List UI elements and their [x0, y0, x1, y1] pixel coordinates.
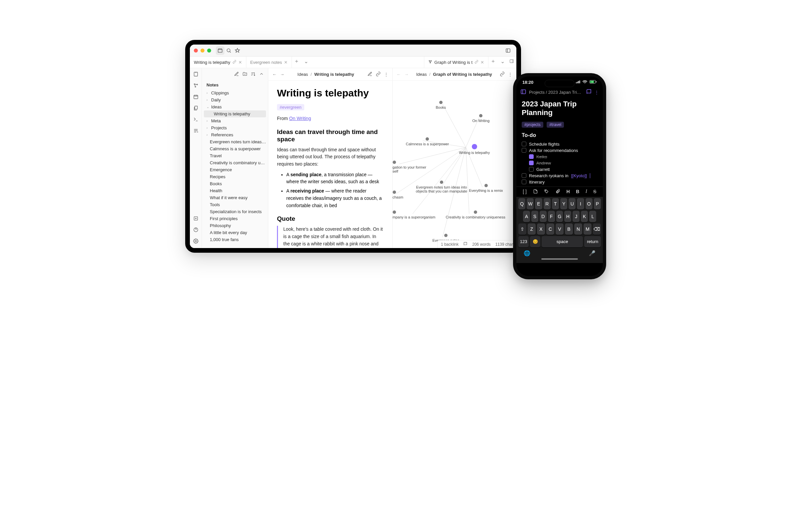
nav-back-icon[interactable]: ← — [272, 72, 277, 77]
command-icon[interactable] — [193, 117, 198, 124]
key[interactable]: G — [556, 211, 563, 222]
todo-item[interactable]: Ask for recommendations — [522, 147, 597, 154]
note-item[interactable]: Specialization is for insects — [202, 208, 268, 215]
key[interactable]: P — [594, 198, 601, 209]
heading-icon[interactable]: H — [566, 189, 570, 195]
mic-icon[interactable]: 🎤 — [589, 250, 595, 256]
template-icon[interactable] — [193, 128, 198, 135]
key[interactable]: K — [581, 211, 588, 222]
wikilink[interactable]: [[Kyoto]] — [571, 173, 587, 178]
tag-travel[interactable]: #travel — [547, 122, 564, 128]
settings-icon[interactable] — [193, 239, 198, 245]
checkbox[interactable] — [522, 179, 526, 184]
help-icon[interactable] — [193, 227, 198, 234]
backspace-key[interactable]: ⌫ — [593, 224, 601, 235]
graph-node[interactable]: chasm — [393, 191, 403, 199]
breadcrumb[interactable]: Ideas / Writing is telepathy — [288, 72, 364, 77]
todo-item[interactable]: Andrew — [522, 160, 597, 166]
note-item[interactable]: Books — [202, 180, 268, 187]
graph-node[interactable]: Everything is a remix — [469, 184, 503, 192]
sort-icon[interactable] — [251, 72, 256, 78]
star-icon[interactable] — [233, 46, 242, 55]
key[interactable]: E — [535, 198, 542, 209]
note-item[interactable]: Creativity is combinatory u… — [202, 159, 268, 166]
key[interactable]: V — [556, 224, 564, 235]
key[interactable]: H — [564, 211, 571, 222]
attachment-icon[interactable] — [555, 189, 560, 195]
numeric-key[interactable]: 123 — [518, 236, 529, 247]
strike-icon[interactable]: S — [593, 189, 596, 195]
key[interactable]: S — [531, 211, 538, 222]
note-item[interactable]: 1,000 true fans — [202, 236, 268, 243]
new-tab-icon[interactable]: ＋ — [489, 57, 498, 66]
calendar-icon[interactable] — [193, 94, 198, 101]
checkbox-checked[interactable] — [529, 154, 534, 159]
key[interactable]: J — [573, 211, 580, 222]
note-writing-telepathy[interactable]: Writing is telepathy — [204, 110, 266, 117]
italic-icon[interactable]: I — [586, 189, 587, 195]
source-link[interactable]: On Writing — [289, 116, 311, 121]
more-icon[interactable]: ⋮ — [384, 72, 388, 77]
panel-right-icon[interactable] — [507, 57, 516, 66]
new-folder-icon[interactable] — [242, 72, 247, 78]
key[interactable]: W — [527, 198, 534, 209]
checkbox[interactable] — [529, 167, 534, 172]
tab-writing-telepathy[interactable]: Writing is telepathy ✕ — [190, 57, 246, 68]
note-item[interactable]: Evergreen notes turn ideas… — [202, 138, 268, 145]
graph-node[interactable]: Creativity is combinatory uniqueness — [446, 210, 506, 219]
tab-evergreen-notes[interactable]: Evergreen notes ✕ — [246, 57, 292, 68]
bold-icon[interactable]: B — [576, 189, 579, 195]
note-item[interactable]: A little bit every day — [202, 229, 268, 236]
minimize-window-button[interactable] — [201, 49, 205, 53]
graph-node[interactable]: mpany is a superorganism — [393, 210, 436, 219]
nav-forward-icon[interactable]: → — [280, 72, 284, 77]
key[interactable]: U — [569, 198, 575, 209]
note-item[interactable]: What if it were easy — [202, 194, 268, 201]
note-item[interactable]: Tools — [202, 201, 268, 208]
close-window-button[interactable] — [194, 49, 198, 53]
close-tab-icon[interactable]: ✕ — [480, 60, 484, 65]
brackets-icon[interactable]: [ ] — [523, 189, 527, 195]
reading-mode-icon[interactable] — [463, 242, 468, 247]
key[interactable]: A — [523, 211, 530, 222]
link-icon[interactable] — [376, 72, 381, 77]
folder-clippings[interactable]: ›Clippings — [202, 90, 268, 96]
note-item[interactable]: First principles — [202, 215, 268, 222]
new-note-icon[interactable] — [234, 72, 239, 78]
graph-node[interactable]: Calmness is a superpower — [406, 137, 449, 146]
graph-node-current[interactable]: Writing is telepathy — [459, 144, 490, 155]
tab-dropdown-icon[interactable]: ⌄ — [301, 57, 310, 66]
shift-key[interactable]: ⇧ — [518, 224, 526, 235]
graph-node[interactable]: gation to your former self — [393, 160, 426, 173]
breadcrumb[interactable]: Projects / 2023 Japan Trip Pl… — [529, 90, 583, 95]
search-icon[interactable] — [225, 46, 233, 55]
tab-dropdown-icon[interactable]: ⌄ — [498, 57, 507, 66]
key[interactable]: M — [584, 224, 591, 235]
key[interactable]: O — [586, 198, 592, 209]
link-icon[interactable] — [500, 72, 505, 77]
key[interactable]: Z — [528, 224, 536, 235]
new-tab-icon[interactable]: ＋ — [292, 57, 301, 66]
todo-item[interactable]: Keiko — [522, 154, 597, 160]
key[interactable]: D — [540, 211, 547, 222]
todo-item[interactable]: Itinerary — [522, 179, 597, 185]
checkbox[interactable] — [522, 148, 526, 153]
home-indicator[interactable] — [541, 258, 578, 260]
note-item[interactable]: Calmness is a superpower — [202, 145, 268, 152]
note-item[interactable]: Health — [202, 187, 268, 194]
vault-icon[interactable] — [216, 46, 225, 55]
folder-projects[interactable]: ›Projects — [202, 125, 268, 131]
return-key[interactable]: return — [584, 236, 601, 247]
checkbox[interactable] — [522, 141, 526, 146]
space-key[interactable]: space — [542, 236, 583, 247]
folder-ideas[interactable]: ⌄Ideas — [202, 103, 268, 110]
note-item[interactable]: Recipes — [202, 173, 268, 180]
key[interactable]: I — [577, 198, 584, 209]
graph-node[interactable]: On Writing — [473, 114, 490, 123]
editor-body[interactable]: Writing is telepathy #evergreen From On … — [268, 81, 392, 248]
phone-editor[interactable]: 2023 Japan Trip Planning #projects #trav… — [516, 98, 603, 187]
key[interactable]: X — [537, 224, 545, 235]
key[interactable]: N — [574, 224, 582, 235]
todo-item[interactable]: Garrett — [522, 166, 597, 173]
todo-item[interactable]: Schedule flights — [522, 141, 597, 147]
